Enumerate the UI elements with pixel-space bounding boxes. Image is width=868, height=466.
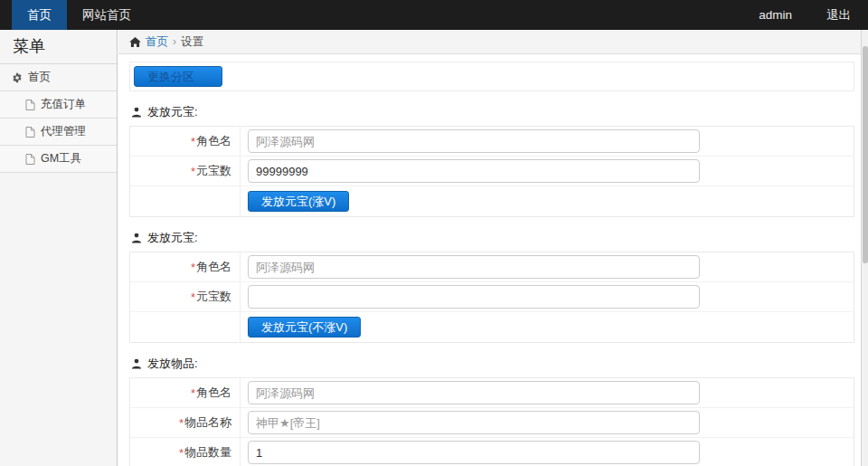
field-cell [241,378,854,407]
sidebar-item-gm-tools[interactable]: GM工具 [0,146,117,173]
form-row: * 角色名 [130,252,854,282]
field-label: * 角色名 [130,127,241,156]
form-row: 发放元宝(涨V) [130,186,854,216]
field-label-text: 元宝数 [196,289,231,305]
grant-items-form: * 角色名 * 物品名称 * 物品数量 [129,377,854,466]
scrollbar-thumb[interactable] [863,46,868,263]
field-cell [241,282,854,311]
file-icon [25,154,35,165]
field-label: * 元宝数 [130,157,241,185]
form-row: * 物品名称 [130,408,854,438]
section-title-text: 发放元宝: [147,230,198,246]
role-name-input[interactable] [248,381,700,404]
top-navbar: 首页 网站首页 admin 退出 [0,0,868,30]
form-row: * 元宝数 [130,282,854,312]
nav-tab-home[interactable]: 首页 [12,0,67,30]
breadcrumb-home-link[interactable]: 首页 [146,34,168,50]
form-row: * 元宝数 [130,157,854,186]
home-icon [129,37,141,47]
section-grant-yuanbao-v-title: 发放元宝: [131,104,853,120]
grant-yuanbao-no-raise-v-button[interactable]: 发放元宝(不涨V) [248,317,361,338]
nav-tab-site-home-label: 网站首页 [82,7,131,24]
vertical-scrollbar[interactable] [861,30,868,466]
breadcrumb: 首页 › 设置 [118,30,868,54]
file-icon [25,100,35,110]
nav-user-label: admin [759,8,792,22]
user-icon [131,358,142,369]
form-row: * 角色名 [130,378,854,408]
required-mark: * [179,416,184,430]
nav-user-admin[interactable]: admin [741,0,809,30]
logout-label: 退出 [826,7,851,24]
sidebar-item-agent-management[interactable]: 代理管理 [0,119,117,146]
change-zone-button[interactable]: 更换分区 [134,66,222,87]
field-label-text: 角色名 [196,133,231,149]
required-mark: * [179,446,184,460]
gear-icon [12,72,23,83]
grant-yuanbao-nov-form: * 角色名 * 元宝数 发放元宝(不涨V) [129,252,854,343]
required-mark: * [191,135,195,148]
field-label-text: 角色名 [196,259,231,275]
required-mark: * [191,386,195,400]
required-mark: * [191,165,195,178]
item-name-input[interactable] [248,411,700,434]
field-label: * 角色名 [130,378,241,407]
field-label: * 物品数量 [130,438,241,466]
nav-tab-home-label: 首页 [27,7,52,24]
role-name-input[interactable] [248,255,700,279]
grant-yuanbao-raise-v-button[interactable]: 发放元宝(涨V) [248,191,349,212]
section-title-text: 发放元宝: [147,104,198,120]
field-label: * 角色名 [130,252,241,281]
field-label [130,312,241,342]
required-mark: * [191,261,195,274]
content: 更换分区 发放元宝: * 角色名 * [118,54,868,466]
breadcrumb-current: 设置 [181,34,203,50]
field-cell: 发放元宝(涨V) [241,186,854,216]
field-cell [241,127,854,156]
file-icon [25,127,35,138]
section-title-text: 发放物品: [147,356,198,372]
field-cell [241,252,854,281]
role-name-input[interactable] [248,129,700,153]
field-cell [241,157,854,185]
yuanbao-amount-input[interactable] [248,285,700,309]
form-row: 发放元宝(不涨V) [130,312,854,342]
form-row: * 角色名 [130,127,854,157]
zone-panel: 更换分区 [129,62,854,91]
breadcrumb-separator: › [173,35,176,48]
form-row: * 物品数量 [130,438,854,466]
grant-yuanbao-v-form: * 角色名 * 元宝数 发放元宝(涨V) [129,126,854,217]
navbar-right: admin 退出 [741,0,868,30]
section-grant-yuanbao-nov-title: 发放元宝: [131,230,853,246]
field-label: * 元宝数 [130,282,241,311]
field-cell [241,438,854,466]
logout-button[interactable]: 退出 [809,0,868,30]
nav-tab-site-home[interactable]: 网站首页 [67,0,146,30]
required-mark: * [191,290,195,304]
field-cell: 发放元宝(不涨V) [241,312,854,342]
field-label-text: 物品名称 [184,414,231,431]
sidebar-item-home-label: 首页 [28,70,51,85]
section-grant-items-title: 发放物品: [131,356,853,372]
sidebar-item-recharge-orders[interactable]: 充值订单 [0,91,117,119]
sidebar-item-gm-tools-label: GM工具 [41,151,81,166]
field-cell [241,408,854,437]
sidebar-item-agent-management-label: 代理管理 [41,124,86,139]
sidebar-title: 菜单 [0,30,117,64]
field-label: * 物品名称 [130,408,241,437]
item-quantity-input[interactable] [248,441,700,464]
field-label-text: 角色名 [196,385,231,401]
field-label-text: 元宝数 [196,163,231,179]
sidebar-item-recharge-orders-label: 充值订单 [41,97,86,112]
field-label [130,186,241,216]
user-icon [131,233,142,243]
sidebar: 菜单 首页 充值订单 代理管理 GM工具 [0,30,118,466]
field-label-text: 物品数量 [184,444,231,461]
main-area: 首页 › 设置 更换分区 发放元宝: * 角色名 [118,30,868,466]
user-icon [131,107,142,118]
yuanbao-amount-input[interactable] [248,159,700,183]
sidebar-item-home[interactable]: 首页 [0,64,117,91]
